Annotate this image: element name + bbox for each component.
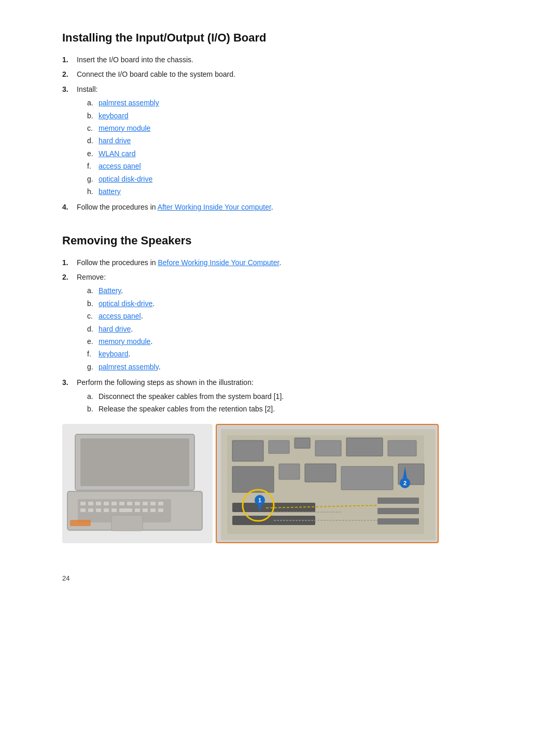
- step-1: Insert the I/O board into the chassis.: [62, 54, 498, 65]
- s2-sub-c: access panel.: [87, 310, 498, 322]
- svg-rect-8: [127, 502, 132, 505]
- s2-sub-3b-text: Release the speaker cables from the rete…: [99, 403, 275, 415]
- step-3-label: Install:: [77, 85, 97, 93]
- step-1-text: Insert the I/O board into the chassis.: [77, 54, 498, 65]
- svg-rect-38: [341, 466, 393, 490]
- s2-step-3: Perform the following steps as shown in …: [62, 377, 498, 416]
- s2-sub-3a-text: Disconnect the speaker cables from the s…: [99, 391, 284, 402]
- svg-rect-20: [143, 508, 148, 512]
- svg-rect-3: [88, 502, 93, 505]
- svg-rect-18: [119, 508, 132, 512]
- svg-rect-26: [70, 520, 91, 526]
- svg-text:1: 1: [258, 497, 261, 503]
- link-optical-remove[interactable]: optical disk-drive: [99, 299, 152, 308]
- s2-sub-b: optical disk-drive.: [87, 298, 498, 309]
- link-after-working[interactable]: After Working Inside Your computer: [158, 203, 271, 211]
- step-3-sublist: palmrest assembly keyboard memory module…: [77, 97, 498, 197]
- svg-rect-4: [96, 502, 101, 505]
- section2-steps: Follow the procedures in Before Working …: [62, 257, 498, 416]
- link-battery-install[interactable]: battery: [99, 187, 121, 196]
- section-io-board: Installing the Input/Output (I/O) Board …: [62, 31, 498, 213]
- s2-step-1: Follow the procedures in Before Working …: [62, 257, 498, 268]
- s2-sub-f: keyboard.: [87, 348, 498, 360]
- link-wlan-install[interactable]: WLAN card: [99, 149, 136, 158]
- link-access-install[interactable]: access panel: [99, 162, 141, 170]
- sub-f: access panel: [87, 160, 498, 172]
- s2-sub-3a: Disconnect the speaker cables from the s…: [87, 391, 498, 402]
- link-memory-remove[interactable]: memory module: [99, 337, 150, 346]
- sub-b: keyboard: [87, 110, 498, 121]
- svg-rect-33: [346, 438, 383, 456]
- svg-rect-2: [80, 502, 86, 505]
- sub-g: optical disk-drive: [87, 173, 498, 185]
- svg-rect-29: [232, 440, 263, 461]
- svg-rect-30: [269, 440, 289, 453]
- link-keyboard-remove[interactable]: keyboard: [99, 350, 129, 358]
- svg-rect-9: [135, 502, 140, 505]
- link-access-remove[interactable]: access panel: [99, 312, 141, 320]
- s2-step-2-sublist: Battery. optical disk-drive. access pane…: [77, 285, 498, 373]
- step-2: Connect the I/O board cable to the syste…: [62, 68, 498, 80]
- sub-a: palmrest assembly: [87, 97, 498, 108]
- svg-rect-14: [88, 508, 93, 512]
- svg-rect-32: [315, 440, 341, 456]
- section1-steps: Insert the I/O board into the chassis. C…: [62, 54, 498, 213]
- link-palmrest-remove[interactable]: palmrest assembly: [99, 363, 159, 371]
- svg-rect-19: [135, 508, 140, 512]
- s2-step-2-content: Remove: Battery. optical disk-drive. acc…: [77, 271, 498, 374]
- s2-step-3-label: Perform the following steps as shown in …: [77, 378, 254, 387]
- sub-e: WLAN card: [87, 148, 498, 159]
- sub-h: battery: [87, 186, 498, 197]
- svg-rect-13: [80, 508, 86, 512]
- svg-rect-17: [111, 508, 117, 512]
- step-3-content: Install: palmrest assembly keyboard memo…: [77, 84, 498, 199]
- s2-sub-g: palmrest assembly.: [87, 361, 498, 373]
- sub-c: memory module: [87, 122, 498, 134]
- svg-rect-42: [377, 498, 419, 504]
- svg-rect-5: [104, 502, 109, 505]
- svg-rect-21: [150, 508, 156, 512]
- svg-text:2: 2: [403, 480, 407, 486]
- svg-rect-16: [104, 508, 109, 512]
- link-harddrive-remove[interactable]: hard drive: [99, 325, 131, 333]
- svg-rect-11: [150, 502, 156, 505]
- s2-step-3-sublist: Disconnect the speaker cables from the s…: [77, 391, 498, 415]
- svg-rect-22: [158, 508, 163, 512]
- pcb-detail-image: 1 2: [216, 424, 439, 543]
- link-palmrest-install[interactable]: palmrest assembly: [99, 99, 159, 107]
- svg-rect-23: [111, 515, 143, 531]
- step-4-text: Follow the procedures in After Working I…: [77, 201, 498, 213]
- svg-rect-6: [111, 502, 117, 505]
- illustration-container: 1 2: [62, 424, 498, 543]
- svg-rect-12: [158, 502, 163, 505]
- link-optical-install[interactable]: optical disk-drive: [99, 175, 152, 183]
- link-battery-remove[interactable]: Battery: [99, 286, 121, 295]
- svg-rect-43: [377, 508, 419, 514]
- link-memory-install[interactable]: memory module: [99, 124, 150, 132]
- s2-sub-a: Battery.: [87, 285, 498, 296]
- s2-sub-d: hard drive.: [87, 323, 498, 335]
- svg-rect-7: [119, 502, 124, 505]
- step-3: Install: palmrest assembly keyboard memo…: [62, 84, 498, 199]
- laptop-overview-image: [62, 424, 213, 543]
- sub-d: hard drive: [87, 135, 498, 146]
- svg-rect-25: [80, 438, 189, 486]
- svg-rect-10: [143, 502, 148, 505]
- step-4: Follow the procedures in After Working I…: [62, 201, 498, 213]
- s2-step-2-label: Remove:: [77, 273, 106, 281]
- link-harddrive-install[interactable]: hard drive: [99, 136, 131, 145]
- svg-rect-36: [279, 464, 300, 479]
- section2-title: Removing the Speakers: [62, 234, 498, 247]
- section1-title: Installing the Input/Output (I/O) Board: [62, 31, 498, 45]
- page-number: 24: [62, 574, 498, 582]
- svg-rect-15: [96, 508, 101, 512]
- s2-step-1-text: Follow the procedures in Before Working …: [77, 257, 498, 268]
- step-2-text: Connect the I/O board cable to the syste…: [77, 68, 498, 80]
- link-before-working[interactable]: Before Working Inside Your Computer: [158, 258, 279, 267]
- section-speakers: Removing the Speakers Follow the procedu…: [62, 234, 498, 544]
- link-keyboard-install[interactable]: keyboard: [99, 112, 129, 120]
- s2-step-3-content: Perform the following steps as shown in …: [77, 377, 498, 416]
- s2-step-2: Remove: Battery. optical disk-drive. acc…: [62, 271, 498, 374]
- svg-rect-34: [388, 440, 416, 456]
- s2-sub-e: memory module.: [87, 336, 498, 347]
